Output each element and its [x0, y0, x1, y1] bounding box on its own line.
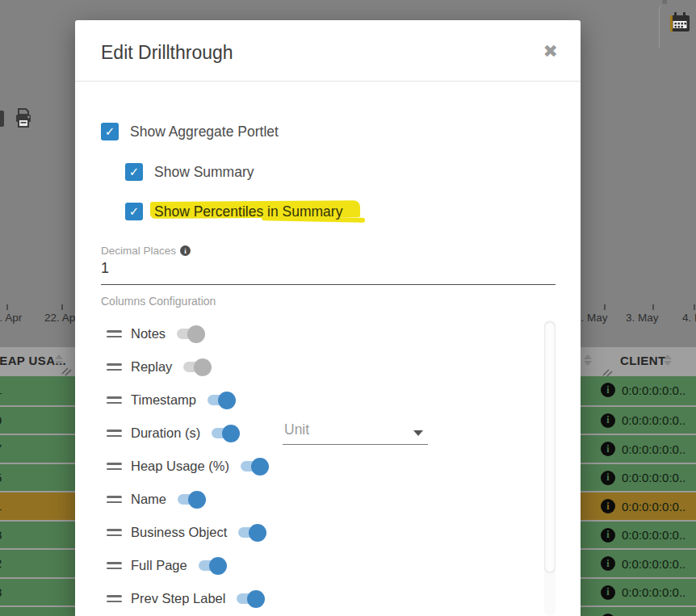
column-config-item: Full Page	[101, 549, 541, 582]
column-toggle[interactable]	[238, 527, 263, 538]
column-config-item: Heap Usage (%)	[101, 450, 541, 483]
axis-date-label: 3. May	[626, 312, 659, 324]
column-config-item: Notes	[101, 317, 541, 350]
drag-handle-icon[interactable]	[107, 529, 122, 536]
chevron-down-icon	[413, 430, 423, 436]
column-config-item: Timestamp	[101, 383, 541, 417]
axis-date-label: 22. Ap	[44, 312, 75, 324]
heap-usage-cell: 2	[0, 556, 2, 570]
column-header-client[interactable]: CLIENT	[620, 354, 666, 367]
info-icon[interactable]: i	[601, 442, 615, 456]
checkbox[interactable]: ✓	[125, 163, 143, 181]
checkbox-label: Show Percentiles in Summary	[154, 203, 342, 220]
checkbox-row: ✓Show Summary	[125, 162, 254, 182]
info-icon[interactable]: i	[601, 499, 615, 513]
client-cell: i0:0:0:0:0:0..	[601, 585, 686, 600]
sort-arrows-icon[interactable]	[584, 354, 592, 366]
printer-icon[interactable]	[13, 107, 34, 129]
column-label: Prev Step Label	[131, 591, 225, 606]
heap-usage-cell: 7	[0, 442, 2, 455]
sort-arrows-icon[interactable]	[55, 354, 63, 366]
decimal-places-input[interactable]: 1	[101, 260, 556, 285]
info-icon[interactable]: i	[601, 585, 615, 600]
heap-usage-cell: 8	[0, 585, 2, 599]
column-resize-icon[interactable]	[61, 367, 72, 376]
axis-tick	[6, 304, 8, 310]
client-cell: i0:0:0:0:0:0..	[601, 383, 686, 397]
checkbox-label: Show Summary	[154, 164, 254, 181]
column-label: Full Page	[131, 558, 187, 573]
heap-usage-cell: 1	[0, 383, 2, 396]
columns-configuration-list: NotesReplayTimestampDuration (s)UnitHeap…	[101, 317, 541, 615]
column-toggle[interactable]	[199, 560, 224, 571]
column-toggle[interactable]	[178, 494, 203, 505]
column-toggle[interactable]	[183, 362, 208, 372]
sort-arrows-icon[interactable]	[664, 354, 672, 366]
duration-text: 0:0:0:0:0:0..	[622, 500, 686, 513]
column-label: Replay	[131, 359, 172, 375]
drag-handle-icon[interactable]	[107, 496, 122, 503]
dialog-title: Edit Drillthrough	[101, 42, 233, 64]
column-label: Timestamp	[131, 392, 196, 408]
info-icon[interactable]: i	[601, 528, 615, 543]
drag-handle-icon[interactable]	[107, 562, 122, 569]
column-toggle[interactable]	[237, 593, 262, 604]
column-config-item: Duration (s)Unit	[101, 417, 541, 450]
client-cell: i0:0:0:0:0:0..	[601, 413, 686, 428]
drag-handle-icon[interactable]	[107, 430, 122, 437]
decimal-places-label: Decimal Places i	[101, 245, 556, 257]
info-icon[interactable]: i	[601, 413, 615, 428]
checkbox[interactable]: ✓	[101, 123, 119, 140]
columns-configuration-label: Columns Configuration	[101, 295, 216, 308]
info-icon[interactable]: i	[601, 471, 615, 485]
column-toggle[interactable]	[212, 428, 237, 438]
info-icon[interactable]: i	[601, 556, 615, 571]
client-cell: i0:0:0:0:0:0..	[601, 499, 686, 513]
column-label: Business Object	[131, 525, 227, 540]
duration-text: 0:0:0:0:0:0..	[622, 557, 686, 571]
drag-handle-icon[interactable]	[107, 463, 122, 470]
checkbox-row: ✓Show Aggregate Portlet	[101, 122, 279, 141]
axis-date-label: 4. May	[682, 312, 696, 324]
scrollbar-thumb[interactable]	[544, 321, 556, 573]
axis-tick	[604, 304, 606, 310]
unit-select[interactable]: Unit	[283, 419, 428, 445]
duration-text: 0:0:0:0:0:0..	[622, 528, 686, 542]
info-icon[interactable]: i	[180, 245, 191, 256]
client-cell: i0:0:0:0:0:0..	[601, 556, 686, 571]
axis-tick	[694, 304, 695, 310]
edit-drillthrough-dialog: Edit Drillthrough ✖ ✓Show Aggregate Port…	[75, 20, 581, 616]
duration-text: 0:0:0:0:0:0..	[622, 383, 686, 397]
duration-text: 0:0:0:0:0:0..	[622, 471, 686, 484]
drag-handle-icon[interactable]	[107, 330, 122, 337]
close-icon[interactable]: ✖	[543, 41, 558, 62]
axis-tick	[61, 304, 63, 310]
duration-text: 0:0:0:0:0:0..	[622, 413, 686, 427]
info-icon[interactable]: i	[601, 383, 615, 397]
checkbox[interactable]: ✓	[125, 203, 143, 220]
column-label: Duration (s)	[131, 425, 200, 441]
duration-text: 0:0:0:0:0:0..	[622, 442, 686, 456]
axis-date-label: 1. Apr	[0, 312, 22, 324]
column-config-item: Name	[101, 483, 541, 516]
calendar-icon[interactable]	[668, 10, 692, 35]
column-toggle[interactable]	[177, 329, 202, 339]
scrollbar-fragment	[662, 0, 667, 4]
scrollbar-track[interactable]	[544, 320, 556, 616]
checkbox-label: Show Aggregate Portlet	[130, 124, 279, 140]
drag-handle-icon[interactable]	[107, 396, 122, 404]
client-cell: i0:0:0:0:0:0..	[601, 471, 686, 485]
dialog-header: Edit Drillthrough ✖	[75, 20, 581, 82]
clipped-icon	[0, 111, 4, 127]
column-toggle[interactable]	[208, 395, 233, 405]
column-config-item: Business Object	[101, 516, 541, 549]
column-config-item: Replay	[101, 350, 541, 383]
column-toggle[interactable]	[241, 461, 266, 471]
heap-usage-cell: 8	[0, 528, 2, 542]
heap-usage-cell: 9	[0, 413, 2, 427]
drag-handle-icon[interactable]	[107, 363, 122, 371]
heap-usage-cell: 5	[0, 471, 2, 484]
drag-handle-icon[interactable]	[107, 595, 122, 602]
column-label: Heap Usage (%)	[131, 459, 229, 474]
checkbox-row: ✓Show Percentiles in Summary	[125, 202, 342, 221]
